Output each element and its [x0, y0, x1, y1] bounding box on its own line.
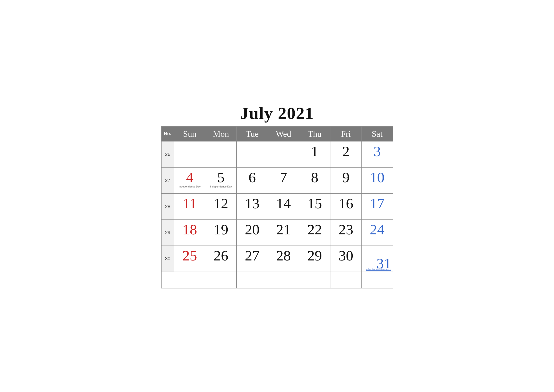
header-sun: Sun [174, 126, 205, 141]
day-number: 7 [270, 170, 297, 185]
day-number: 30 [332, 248, 360, 263]
day-number: 27 [238, 248, 266, 263]
calendar-table: No. Sun Mon Tue Wed Thu Fri Sat 26123274… [161, 126, 393, 289]
week-row: 274Independence Day5'Independence Day'67… [161, 167, 393, 193]
day-number: 22 [301, 222, 328, 237]
day-cell: 7 [268, 167, 299, 193]
day-cell: 16 [330, 193, 362, 219]
day-cell: 29 [299, 245, 330, 272]
day-number: 28 [270, 248, 297, 263]
day-cell: 30 [330, 245, 362, 272]
day-number: 10 [364, 170, 391, 185]
header-row: No. Sun Mon Tue Wed Thu Fri Sat [161, 126, 393, 141]
week-number: 28 [161, 193, 174, 219]
day-cell: 26 [205, 245, 237, 272]
day-number: 8 [301, 170, 328, 185]
day-cell: 13 [237, 193, 268, 219]
day-cell: 2 [330, 141, 362, 167]
empty-cell [205, 272, 237, 288]
day-cell: 5'Independence Day' [205, 167, 237, 193]
day-number: 29 [301, 248, 328, 263]
day-cell [237, 141, 268, 167]
week-number: 29 [161, 219, 174, 245]
day-cell: 10 [361, 167, 393, 193]
empty-row [161, 272, 393, 288]
day-cell: 22 [299, 219, 330, 245]
header-wed: Wed [268, 126, 299, 141]
watermark[interactable]: wheniscalendars.com [366, 268, 391, 271]
day-cell: 11 [174, 193, 205, 219]
day-cell: 14 [268, 193, 299, 219]
holiday-label: 'Independence Day' [207, 185, 235, 188]
day-number: 4 [176, 170, 203, 185]
empty-cell [161, 272, 174, 288]
day-number: 14 [270, 196, 297, 211]
empty-cell [330, 272, 362, 288]
empty-cell [268, 272, 299, 288]
day-number: 2 [332, 144, 360, 159]
day-cell [268, 141, 299, 167]
day-cell: 31wheniscalendars.com [361, 245, 393, 272]
day-cell: 8 [299, 167, 330, 193]
week-row: 26123 [161, 141, 393, 167]
day-number: 20 [238, 222, 266, 237]
day-cell: 18 [174, 219, 205, 245]
day-cell: 12 [205, 193, 237, 219]
empty-cell [361, 272, 393, 288]
day-number: 25 [176, 248, 203, 263]
day-cell: 4Independence Day [174, 167, 205, 193]
day-number: 17 [364, 196, 391, 211]
header-no: No. [161, 126, 174, 141]
day-number: 13 [238, 196, 266, 211]
empty-cell [299, 272, 330, 288]
day-number: 18 [176, 222, 203, 237]
day-cell [174, 141, 205, 167]
day-cell: 25 [174, 245, 205, 272]
week-row: 2918192021222324 [161, 219, 393, 245]
day-cell: 19 [205, 219, 237, 245]
week-row: 3025262728293031wheniscalendars.com [161, 245, 393, 272]
day-cell: 9 [330, 167, 362, 193]
day-cell: 21 [268, 219, 299, 245]
day-cell: 17 [361, 193, 393, 219]
day-cell: 6 [237, 167, 268, 193]
week-row: 2811121314151617 [161, 193, 393, 219]
day-number: 3 [364, 144, 391, 159]
day-number: 21 [270, 222, 297, 237]
day-number: 16 [332, 196, 360, 211]
empty-cell [237, 272, 268, 288]
header-sat: Sat [361, 126, 393, 141]
day-number: 24 [364, 222, 391, 237]
holiday-label: Independence Day [176, 185, 203, 188]
header-mon: Mon [205, 126, 237, 141]
week-number: 27 [161, 167, 174, 193]
day-cell: 27 [237, 245, 268, 272]
day-number: 11 [176, 196, 203, 211]
day-number: 1 [301, 144, 328, 159]
day-cell [205, 141, 237, 167]
empty-cell [174, 272, 205, 288]
calendar-container: July 2021 No. Sun Mon Tue Wed Thu Fri Sa… [161, 104, 393, 289]
day-number: 12 [207, 196, 235, 211]
day-number: 5 [207, 170, 235, 185]
week-number: 30 [161, 245, 174, 272]
header-fri: Fri [330, 126, 362, 141]
day-number: 15 [301, 196, 328, 211]
header-thu: Thu [299, 126, 330, 141]
day-cell: 28 [268, 245, 299, 272]
day-cell: 1 [299, 141, 330, 167]
day-number: 6 [238, 170, 266, 185]
day-number: 19 [207, 222, 235, 237]
day-cell: 15 [299, 193, 330, 219]
day-cell: 3 [361, 141, 393, 167]
day-cell: 20 [237, 219, 268, 245]
day-cell: 24 [361, 219, 393, 245]
day-cell: 23 [330, 219, 362, 245]
day-number: 9 [332, 170, 360, 185]
day-number: 26 [207, 248, 235, 263]
calendar-title: July 2021 [161, 104, 393, 123]
header-tue: Tue [237, 126, 268, 141]
day-number: 23 [332, 222, 360, 237]
week-number: 26 [161, 141, 174, 167]
